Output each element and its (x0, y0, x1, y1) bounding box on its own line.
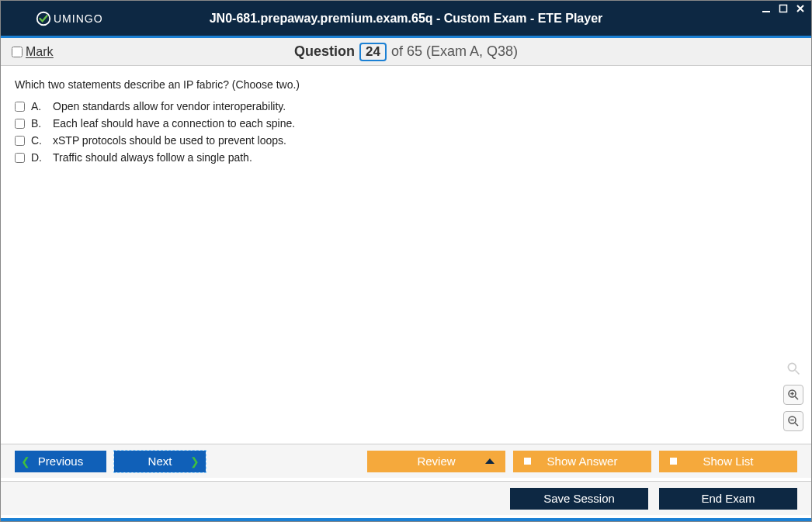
next-label: Next (148, 455, 172, 468)
zoom-in-button[interactable] (783, 385, 803, 405)
answer-option[interactable]: A. Open standards allow for vendor inter… (15, 100, 797, 112)
svg-rect-2 (780, 5, 787, 12)
chevron-left-icon: ❮ (21, 455, 30, 468)
answer-checkbox[interactable] (15, 153, 25, 163)
close-icon[interactable] (794, 2, 807, 15)
end-exam-button[interactable]: End Exam (659, 488, 797, 510)
session-toolbar: Save Session End Exam (1, 481, 811, 515)
show-answer-button[interactable]: Show Answer (513, 451, 651, 472)
check-circle-icon (35, 10, 52, 27)
maximize-icon[interactable] (777, 2, 789, 15)
mark-checkbox[interactable] (12, 47, 23, 57)
question-content: Which two statements describe an IP fabr… (1, 66, 811, 438)
mark-checkbox-label[interactable]: Mark (12, 45, 54, 59)
zoom-out-button[interactable] (783, 411, 803, 431)
answer-checkbox[interactable] (15, 119, 25, 129)
save-session-label: Save Session (543, 492, 615, 505)
triangle-up-icon (485, 458, 494, 464)
brand-text: UMINGO (54, 12, 103, 25)
question-text: Which two statements describe an IP fabr… (15, 78, 797, 91)
answer-text: Open standards allow for vendor interope… (53, 100, 286, 112)
titlebar: UMINGO JN0-681.prepaway.premium.exam.65q… (1, 1, 811, 38)
app-logo: UMINGO (35, 10, 103, 27)
svg-line-10 (795, 423, 798, 426)
answer-text: Traffic should always follow a single pa… (53, 151, 252, 164)
answer-checkbox[interactable] (15, 102, 25, 112)
answer-option[interactable]: C. xSTP protocols should be used to prev… (15, 134, 797, 147)
previous-label: Previous (38, 455, 83, 468)
mark-text: Mark (26, 45, 54, 59)
answer-letter: D. (31, 151, 47, 164)
chevron-right-icon: ❯ (190, 455, 200, 468)
minimize-icon[interactable] (760, 2, 772, 15)
window-controls (760, 2, 807, 15)
svg-line-4 (796, 371, 800, 375)
question-word: Question (294, 43, 355, 60)
answer-letter: C. (31, 134, 47, 147)
answer-text: xSTP protocols should be used to prevent… (53, 134, 286, 147)
zoom-controls (783, 358, 803, 431)
previous-button[interactable]: ❮ Previous (15, 451, 106, 472)
question-header: Mark Question 24 of 65 (Exam A, Q38) (1, 38, 811, 66)
end-exam-label: End Exam (701, 492, 755, 505)
question-number: 24 (359, 43, 387, 61)
svg-line-6 (795, 396, 798, 399)
square-icon (524, 458, 531, 465)
show-answer-label: Show Answer (547, 455, 618, 468)
answer-checkbox[interactable] (15, 136, 25, 146)
answer-option[interactable]: B. Each leaf should have a connection to… (15, 117, 797, 130)
window-title: JN0-681.prepaway.premium.exam.65q - Cust… (210, 12, 603, 26)
nav-toolbar: ❮ Previous Next ❯ Review Show Answer Sho… (1, 444, 811, 478)
answer-letter: A. (31, 100, 47, 112)
show-list-label: Show List (703, 455, 753, 468)
answer-option[interactable]: D. Traffic should always follow a single… (15, 151, 797, 164)
save-session-button[interactable]: Save Session (510, 488, 648, 510)
review-button[interactable]: Review (367, 451, 505, 472)
question-of-text: of 65 (Exam A, Q38) (391, 43, 518, 60)
answer-letter: B. (31, 117, 47, 130)
search-icon[interactable] (783, 358, 803, 379)
square-icon (670, 458, 677, 465)
show-list-button[interactable]: Show List (659, 451, 797, 472)
svg-rect-1 (762, 11, 770, 12)
next-button[interactable]: Next ❯ (114, 451, 206, 472)
question-counter: Question 24 of 65 (Exam A, Q38) (294, 43, 518, 61)
svg-point-3 (788, 363, 796, 371)
answer-text: Each leaf should have a connection to ea… (53, 117, 295, 130)
review-label: Review (417, 455, 455, 468)
bottom-accent-bar (1, 518, 811, 521)
answer-list: A. Open standards allow for vendor inter… (15, 100, 797, 164)
